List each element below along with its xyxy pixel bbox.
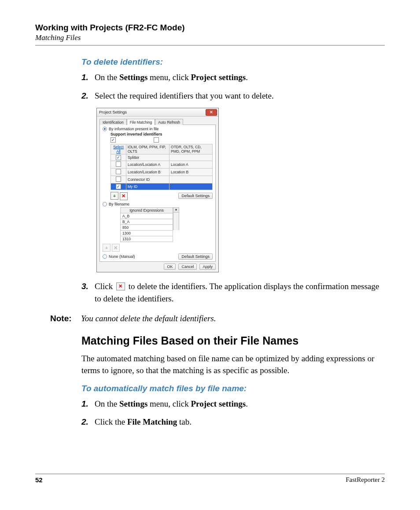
radio-label: By filename xyxy=(109,202,129,206)
default-settings-button[interactable]: Default Settings xyxy=(178,193,213,199)
close-icon[interactable]: ✕ xyxy=(206,109,217,116)
section-breadcrumb: Matching Files xyxy=(35,33,385,42)
select-all-link[interactable]: Select All xyxy=(111,144,126,154)
step-1: 1. On the Settings menu, click Project s… xyxy=(81,71,380,84)
footer-rule xyxy=(35,473,385,474)
step-number: 1. xyxy=(81,71,95,84)
radio-none-label[interactable]: None (Manual) xyxy=(109,254,135,259)
cell xyxy=(169,183,213,190)
cell: Location/Location B xyxy=(126,169,169,176)
radio-by-filename[interactable]: By filename xyxy=(103,202,213,206)
text: tab. xyxy=(177,417,192,426)
note: Note: You cannot delete the default iden… xyxy=(35,312,385,325)
add-button[interactable]: + xyxy=(111,192,118,200)
step-number: 2. xyxy=(81,416,95,428)
tab-panel: By information present in file Support i… xyxy=(99,125,216,262)
row-checkbox[interactable] xyxy=(116,161,121,167)
text: menu, click xyxy=(147,399,191,408)
step-2: 2. Select the required identifiers that … xyxy=(81,90,380,102)
col-header: OTDR, OLTS, CD, PMD, OPM, PPM xyxy=(169,144,213,154)
row-checkbox[interactable]: ✓ xyxy=(116,155,121,160)
table-row-selected[interactable]: ✓ My ID xyxy=(111,183,213,190)
step-3: 3. Click ✕ to delete the identifiers. Th… xyxy=(81,280,380,305)
project-settings-dialog: Project Settings ✕ Identification File M… xyxy=(96,108,219,272)
step-1b: 1. On the Settings menu, click Project s… xyxy=(81,398,380,410)
section-heading: Matching Files Based on their File Names xyxy=(81,334,380,347)
ignored-expressions-panel: Ignored Expressions A_B B_A 850 1300 131… xyxy=(120,207,213,252)
step-number: 3. xyxy=(81,280,95,305)
tab-auto-refresh[interactable]: Auto Refresh xyxy=(155,119,183,125)
embedded-dialog-figure: Project Settings ✕ Identification File M… xyxy=(96,108,380,272)
row-checkbox[interactable] xyxy=(116,169,121,174)
dialog-title: Project Settings xyxy=(99,110,127,114)
col-header: iOLM, OPM, PPM, FIP, OLTS xyxy=(126,144,169,154)
cell: Location/Location A xyxy=(126,161,169,169)
cell: Splitter xyxy=(126,154,169,161)
cell xyxy=(169,154,213,161)
page-number: 52 xyxy=(35,476,43,484)
titlebar: Project Settings ✕ xyxy=(97,108,218,117)
text: On the xyxy=(95,73,119,82)
command-name: Project settings xyxy=(191,73,246,82)
delete-icon-inline: ✕ xyxy=(116,283,125,290)
tabs-row: Identification File Matching Auto Refres… xyxy=(97,117,218,125)
step-text: Click the File Matching tab. xyxy=(95,416,380,428)
paragraph: The automated matching based on file nam… xyxy=(81,352,380,377)
col-header: Ignored Expressions xyxy=(121,207,173,213)
row-checkbox[interactable]: ✓ xyxy=(116,184,121,189)
radio-icon xyxy=(103,254,107,259)
ok-button[interactable]: OK xyxy=(164,264,176,270)
tab-file-matching[interactable]: File Matching xyxy=(127,119,155,125)
cancel-button[interactable]: Cancel xyxy=(178,264,197,270)
support-label: Support inverted identifiers xyxy=(111,132,213,136)
row-checkbox[interactable] xyxy=(116,176,121,182)
tab-name: File Matching xyxy=(127,417,177,426)
table-row[interactable]: Location/Location B Location B xyxy=(111,169,213,176)
radio-by-info[interactable]: By information present in file xyxy=(103,127,213,131)
text: . xyxy=(246,73,248,82)
add-button-disabled: + xyxy=(103,244,111,252)
text: On the xyxy=(95,399,119,408)
menu-name: Settings xyxy=(119,73,147,82)
command-name: Project settings xyxy=(191,399,246,408)
header-rule xyxy=(35,45,385,46)
step-text: Click ✕ to delete the identifiers. The a… xyxy=(95,280,380,305)
cell: 1310 xyxy=(121,236,173,242)
delete-button[interactable]: ✕ xyxy=(120,192,128,200)
default-settings-button-2[interactable]: Default Settings xyxy=(178,253,213,260)
step-text: Select the required identifiers that you… xyxy=(95,90,380,102)
step-text: On the Settings menu, click Project sett… xyxy=(95,71,380,84)
scroll-up-icon[interactable]: ▲ xyxy=(173,207,179,213)
cell: 850 xyxy=(121,224,173,230)
text: menu, click xyxy=(147,73,191,82)
cell: Location B xyxy=(169,169,213,176)
procedure-heading-2: To automatically match files by file nam… xyxy=(81,384,380,393)
table-row[interactable]: Connector ID xyxy=(111,176,213,183)
note-text: You cannot delete the default identifier… xyxy=(81,312,385,325)
dialog-footer: OK Cancel Apply xyxy=(97,262,218,272)
delete-button-disabled: ✕ xyxy=(112,244,120,252)
scrollbar[interactable]: ▲ xyxy=(173,207,178,242)
step-number: 1. xyxy=(81,398,95,410)
step-2b: 2. Click the File Matching tab. xyxy=(81,416,380,428)
radio-icon xyxy=(103,202,107,206)
radio-label: By information present in file xyxy=(109,127,159,131)
cell: Location A xyxy=(169,161,213,169)
support-checkbox-left[interactable]: ✓ xyxy=(111,137,116,143)
text: Click xyxy=(95,282,115,291)
tab-identification[interactable]: Identification xyxy=(99,119,127,125)
ignored-table: Ignored Expressions A_B B_A 850 1300 131… xyxy=(120,207,173,242)
cell: B_A xyxy=(121,219,173,224)
cell: Connector ID xyxy=(126,176,169,183)
note-label: Note: xyxy=(50,312,81,325)
table-row[interactable]: ✓ Splitter xyxy=(111,154,213,161)
apply-button[interactable]: Apply xyxy=(199,264,216,270)
menu-name: Settings xyxy=(119,399,147,408)
support-checkbox-right[interactable] xyxy=(154,137,159,143)
procedure-heading-1: To delete identifiers: xyxy=(81,57,380,67)
product-name: FastReporter 2 xyxy=(346,476,385,484)
identifiers-table: Select All iOLM, OPM, PPM, FIP, OLTS OTD… xyxy=(111,144,213,190)
step-text: On the Settings menu, click Project sett… xyxy=(95,398,380,410)
table-row[interactable]: Location/Location A Location A xyxy=(111,161,213,169)
page-footer: 52 FastReporter 2 xyxy=(35,470,385,484)
